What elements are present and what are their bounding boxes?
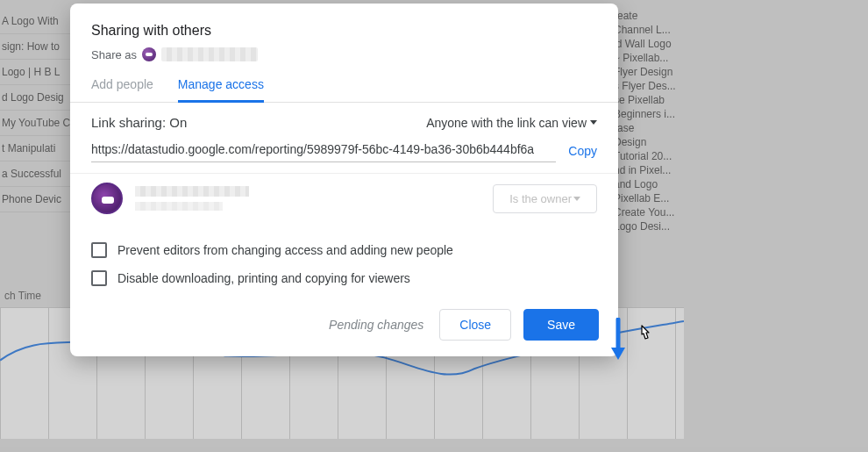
- close-button[interactable]: Close: [439, 309, 511, 341]
- save-button[interactable]: Save: [523, 309, 599, 341]
- option-prevent-editors-label: Prevent editors from changing access and…: [117, 243, 453, 257]
- chevron-down-icon: [590, 120, 597, 125]
- owner-email-redacted: [135, 202, 223, 211]
- copy-link-button[interactable]: Copy: [568, 144, 597, 158]
- owner-role-dropdown[interactable]: Is the owner: [493, 184, 597, 213]
- link-permission-label: Anyone with the link can view: [426, 116, 587, 130]
- owner-role-label: Is the owner: [509, 192, 572, 205]
- checkbox-icon[interactable]: [91, 270, 107, 286]
- option-disable-download-label: Disable downloading, printing and copyin…: [117, 271, 410, 285]
- tab-manage-access[interactable]: Manage access: [178, 77, 264, 103]
- share-as-identity-redacted: [161, 47, 258, 61]
- option-prevent-editors[interactable]: Prevent editors from changing access and…: [91, 242, 597, 258]
- owner-avatar-icon: [91, 183, 123, 214]
- share-as-label: Share as: [91, 48, 137, 61]
- pending-changes-label: Pending changes: [329, 318, 423, 332]
- link-permission-dropdown[interactable]: Anyone with the link can view: [426, 116, 597, 130]
- share-url-input[interactable]: [91, 139, 556, 162]
- owner-name-redacted: [135, 186, 249, 197]
- chevron-down-icon: [573, 197, 580, 201]
- tabs: Add people Manage access: [70, 77, 618, 103]
- avatar-icon: [142, 47, 156, 61]
- option-disable-download[interactable]: Disable downloading, printing and copyin…: [91, 270, 597, 286]
- sharing-dialog: Sharing with others Share as Add people …: [70, 4, 618, 356]
- checkbox-icon[interactable]: [91, 242, 107, 258]
- owner-row: Is the owner: [70, 174, 618, 226]
- link-sharing-status: Link sharing: On: [91, 115, 187, 130]
- tab-add-people[interactable]: Add people: [91, 77, 153, 102]
- dialog-title: Sharing with others: [91, 23, 597, 39]
